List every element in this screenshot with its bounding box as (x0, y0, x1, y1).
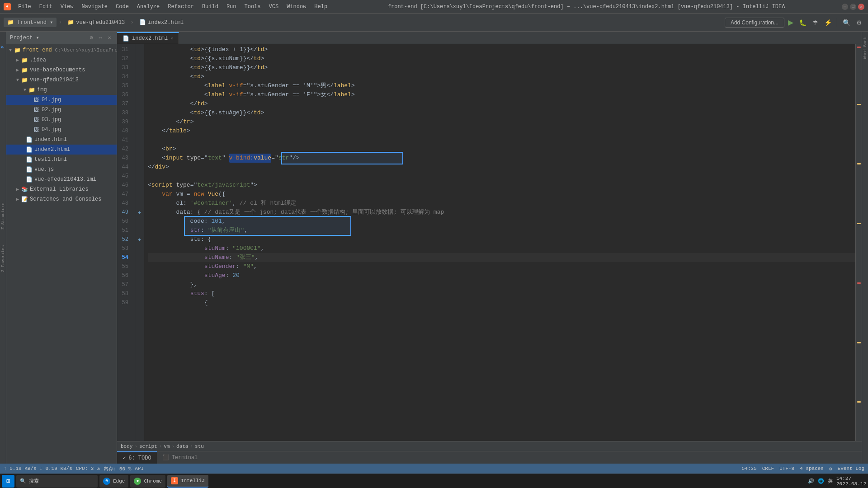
cpu-status[interactable]: CPU: 3 % (76, 466, 100, 471)
code-line-48: el: '#container', // el 和 html绑定 (148, 199, 855, 208)
menu-run[interactable]: Run (223, 3, 240, 11)
event-log[interactable]: Event Log (838, 466, 864, 471)
window-controls: ─ □ ✕ (842, 4, 864, 10)
toolbar: 📁 front-end ▾ › 📁 vue-qfedu210413 › 📄 in… (0, 14, 868, 32)
code-line-56: stuAge: 20 (148, 271, 855, 280)
tree-item-04jpg[interactable]: 🖼 04.jpg (6, 125, 117, 135)
title-bar: ● File Edit View Navigate Code Analyze R… (0, 0, 868, 14)
code-line-57: }, (148, 280, 855, 289)
favorites-tool-button[interactable]: 2 Favorites (0, 245, 6, 272)
menu-file[interactable]: File (14, 3, 35, 11)
tree-item-vue-qfedu[interactable]: ▼ 📁 vue-qfedu210413 (6, 75, 117, 85)
panel-expand-icon[interactable]: ↔ (97, 34, 104, 42)
add-configuration-button[interactable]: Add Configuration... (725, 18, 784, 28)
line-ending[interactable]: CRLF (762, 466, 774, 471)
menu-build[interactable]: Build (198, 3, 222, 11)
panel-gear-icon[interactable]: ⚙ (88, 34, 95, 42)
indent-settings[interactable]: 4 spaces (800, 466, 824, 471)
tree-item-02jpg[interactable]: 🖼 02.jpg (6, 105, 117, 115)
toolbar-breadcrumb-1[interactable]: 📁 vue-qfedu210413 (64, 18, 128, 27)
tree-item-idea[interactable]: ▶ 📁 .idea (6, 55, 117, 65)
tab-file-icon: 📄 (123, 35, 129, 42)
left-tool-buttons: P Z Structure 2 Favorites (0, 32, 6, 464)
tree-item-iml[interactable]: 📄 vue-qfedu210413.iml (6, 174, 117, 184)
code-line-33: <td>{{s.stuName}}</td> (148, 63, 855, 72)
code-line-40: </table> (148, 127, 855, 136)
code-content[interactable]: <td>{{index + 1}}</td> <td>{{s.stuNum}}<… (144, 44, 855, 441)
settings-icon[interactable]: ⚙ (829, 466, 832, 472)
menu-analyze[interactable]: Analyze (133, 3, 163, 11)
project-tree: ▼ 📁 front-end C:\Users\xuyl\IdeaProje...… (6, 44, 117, 464)
code-editor[interactable]: 31 32 33 34 35 36 37 38 39 40 41 42 43 4… (117, 44, 862, 441)
right-sidebar: Word Book (862, 32, 868, 464)
network-status[interactable]: ↑ 0.19 KB/s ↓ 0.19 KB/s (4, 466, 72, 471)
breadcrumb-data[interactable]: data (176, 444, 188, 449)
breadcrumb-vm[interactable]: vm (164, 444, 170, 449)
menu-edit[interactable]: Edit (36, 3, 56, 11)
panel-close-icon[interactable]: ✕ (106, 34, 113, 42)
profile-button[interactable]: ⚡ (822, 17, 833, 28)
tree-item-scratches[interactable]: ▶ 📝 Scratches and Consoles (6, 194, 117, 204)
word-book-label[interactable]: Word Book (863, 35, 868, 61)
taskbar-edge[interactable]: e Edge (99, 475, 128, 488)
tree-item-external-libs[interactable]: ▶ 📚 External Libraries (6, 184, 117, 194)
tree-item-vue-base[interactable]: ▶ 📁 vue-baseDocuments (6, 65, 117, 75)
logo-icon: ● (6, 4, 9, 9)
menu-bar: File Edit View Navigate Code Analyze Ref… (14, 3, 331, 11)
run-button[interactable]: ▶ (786, 18, 795, 27)
tab-close-icon[interactable]: ✕ (170, 36, 173, 41)
menu-view[interactable]: View (57, 3, 77, 11)
tree-item-img[interactable]: ▼ 📁 img (6, 85, 117, 95)
code-line-47: var vm = new Vue({ (148, 190, 855, 199)
taskbar-chrome[interactable]: ● Chrome (130, 475, 165, 488)
app-logo[interactable]: ● (4, 3, 11, 10)
structure-tool-button[interactable]: Z Structure (0, 198, 6, 234)
right-scrollbar[interactable] (855, 44, 862, 441)
start-button[interactable]: ⊞ (2, 475, 14, 488)
toolbar-project-button[interactable]: 📁 front-end ▾ (4, 18, 57, 27)
tree-item-test1html[interactable]: 📄 test1.html (6, 155, 117, 164)
menu-refactor[interactable]: Refactor (164, 3, 198, 11)
encoding[interactable]: UTF-8 (779, 466, 794, 471)
api-status[interactable]: API (135, 466, 144, 471)
tree-item-index2html[interactable]: 📄 index2.html (6, 145, 117, 155)
terminal-tab[interactable]: ⬛ Terminal (157, 451, 203, 464)
chevron-down-icon: ▾ (50, 19, 53, 26)
toolbar-breadcrumb-2[interactable]: 📄 index2.html (136, 18, 187, 27)
tab-label: index2.html (132, 35, 168, 42)
code-line-53: stuNum: "100001", (148, 244, 855, 253)
taskbar-intellij[interactable]: I IntelliJ (167, 475, 208, 488)
debug-button[interactable]: 🐛 (797, 17, 808, 28)
tree-item-03jpg[interactable]: 🖼 03.jpg (6, 115, 117, 125)
minimize-button[interactable]: ─ (842, 4, 848, 10)
tray-sound-icon[interactable]: 🔊 (808, 478, 814, 484)
code-line-59: { (148, 298, 855, 307)
breadcrumb-body[interactable]: body (121, 444, 132, 449)
menu-navigate[interactable]: Navigate (78, 3, 111, 11)
cursor-position[interactable]: 54:35 (742, 466, 757, 471)
taskbar-time[interactable]: 14:27 2022-08-12 (836, 476, 866, 487)
tree-item-vuejs[interactable]: 📄 vue.js (6, 164, 117, 174)
maximize-button[interactable]: □ (850, 4, 856, 10)
tree-root[interactable]: ▼ 📁 front-end C:\Users\xuyl\IdeaProje... (6, 45, 117, 55)
menu-code[interactable]: Code (112, 3, 132, 11)
tray-network-icon[interactable]: 🌐 (818, 478, 824, 484)
breadcrumb-script[interactable]: script (139, 444, 157, 449)
tray-lang-icon[interactable]: 英 (828, 478, 833, 484)
editor-tab-index2[interactable]: 📄 index2.html ✕ (117, 32, 179, 44)
coverage-button[interactable]: ☂ (810, 17, 821, 28)
memory-status[interactable]: 内存: 50 % (104, 465, 132, 472)
tree-item-01jpg[interactable]: 🖼 01.jpg (6, 95, 117, 105)
project-tool-button[interactable]: P (0, 33, 6, 61)
settings-button[interactable]: ⚙ (854, 17, 864, 28)
breadcrumb-stu[interactable]: stu (195, 444, 204, 449)
todo-tab[interactable]: ✓ 6: TODO (117, 451, 157, 464)
menu-help[interactable]: Help (311, 3, 331, 11)
menu-tools[interactable]: Tools (241, 3, 264, 11)
taskbar-search[interactable]: 🔍 搜索 (16, 475, 98, 488)
close-button[interactable]: ✕ (858, 4, 864, 10)
menu-window[interactable]: Window (283, 3, 310, 11)
menu-vcs[interactable]: VCS (265, 3, 283, 11)
search-everywhere-button[interactable]: 🔍 (841, 17, 852, 28)
tree-item-indexhtml[interactable]: 📄 index.html (6, 135, 117, 145)
